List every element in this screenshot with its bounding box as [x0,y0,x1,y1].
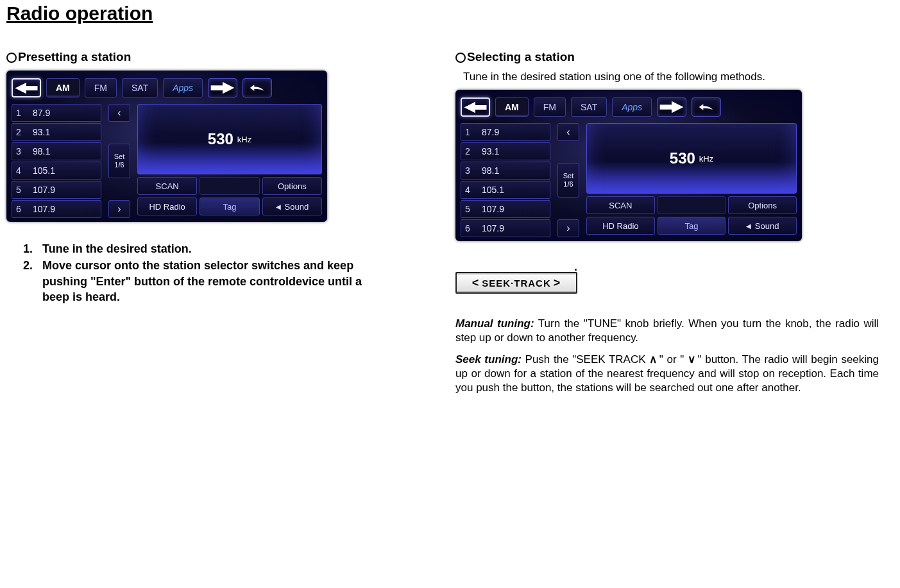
hd-radio-button[interactable]: HD Radio [137,197,197,215]
preset-page-controls: ‹ Set 1/6 › [556,123,581,237]
frequency-value: 530 [670,149,695,167]
preset-freq: 105.1 [33,165,55,176]
preset-freq: 107.9 [482,204,504,214]
back-button[interactable] [692,97,721,117]
preset-down-button[interactable]: › [557,219,579,237]
radio-button-grid: SCAN Options HD Radio Tag ◀Sound [137,177,322,215]
nav-left-button[interactable] [12,78,41,97]
radio-body: 187.9 293.1 398.1 4105.1 5107.9 6107.9 ‹… [459,123,798,237]
preset-page-controls: ‹ Set 1/6 › [106,104,132,218]
seek-tuning-paragraph: Seek tuning: Push the "SEEK TRACK ∧ " or… [455,353,879,395]
two-column-layout: Presetting a station AM FM SAT Apps [6,50,894,403]
preset-2[interactable]: 293.1 [12,123,101,141]
set-label: Set [114,153,125,161]
frequency-value: 530 [208,130,233,148]
instruction-1: Tune in the desired station. [36,241,366,256]
seek-track-label: SEEK·TRACK [482,278,551,289]
speaker-icon: ◀ [746,223,751,230]
preset-down-button[interactable]: › [108,200,130,218]
instruction-2: Move cursor onto the station selector sw… [36,258,366,305]
preset-3[interactable]: 398.1 [12,142,101,160]
preset-up-button[interactable]: ‹ [557,123,579,141]
preset-set-indicator[interactable]: Set 1/6 [108,144,130,178]
back-button[interactable] [242,78,272,97]
tag-button[interactable]: Tag [658,217,726,235]
preset-num: 1 [16,108,25,118]
preset-2[interactable]: 293.1 [461,142,550,160]
options-button[interactable]: Options [262,177,322,195]
hd-radio-button[interactable]: HD Radio [586,217,655,235]
preset-4[interactable]: 4105.1 [12,162,101,180]
sound-button[interactable]: ◀Sound [728,217,797,235]
preset-num: 2 [465,146,474,156]
preset-num: 6 [465,223,474,233]
presetting-heading: Presetting a station [6,50,366,64]
set-page: 1/6 [114,161,124,169]
preset-6[interactable]: 6107.9 [461,219,550,237]
tab-am[interactable]: AM [46,78,80,97]
presetting-heading-text: Presetting a station [18,50,131,64]
selecting-heading-text: Selecting a station [467,50,575,64]
speaker-icon: ◀ [276,203,281,210]
tab-am[interactable]: AM [495,97,529,117]
scan-button[interactable]: SCAN [137,177,197,195]
seek-right-icon: > [554,276,561,290]
preset-num: 3 [465,165,474,176]
sound-label: Sound [285,202,309,212]
seek-tuning-label: Seek tuning: [455,353,522,365]
preset-num: 5 [465,204,474,214]
sound-button[interactable]: ◀Sound [262,197,322,215]
nav-right-button[interactable] [208,78,237,97]
set-page: 1/6 [563,180,573,189]
right-column: Selecting a station Tune in the desired … [455,50,879,403]
caret-down-icon: ∨ [688,353,694,367]
frequency-unit: kHz [237,135,251,144]
radio-screenshot-right: AM FM SAT Apps 187.9 293.1 398.1 4105.1 … [455,90,802,241]
bullet-circle-icon [455,53,466,63]
preset-1[interactable]: 187.9 [12,104,101,122]
scan-button[interactable]: SCAN [586,196,655,214]
tab-apps[interactable]: Apps [612,97,652,117]
manual-tuning-label: Manual tuning: [455,317,534,330]
frequency-display: 530 kHz [586,123,797,194]
tag-button[interactable]: Tag [200,197,259,215]
preset-list: 187.9 293.1 398.1 4105.1 5107.9 6107.9 [461,123,550,237]
preset-set-indicator[interactable]: Set 1/6 [557,163,579,197]
tab-fm[interactable]: FM [534,97,566,117]
options-button[interactable]: Options [728,196,797,214]
preset-1[interactable]: 187.9 [461,123,550,141]
preset-4[interactable]: 4105.1 [461,181,550,199]
preset-freq: 98.1 [33,146,50,156]
frequency-display: 530 kHz [137,104,322,174]
preset-num: 5 [16,185,25,195]
radio-body: 187.9 293.1 398.1 4105.1 5107.9 6107.9 ‹… [10,104,323,218]
radio-main-area: 530 kHz SCAN Options HD Radio Tag ◀Sound [137,104,322,218]
preset-5[interactable]: 5107.9 [461,200,550,218]
tab-row: AM FM SAT Apps [459,95,798,123]
preset-num: 6 [16,204,25,214]
preset-freq: 98.1 [482,165,499,176]
presetting-instructions: Tune in the desired station. Move cursor… [6,241,366,305]
radio-button-grid: SCAN Options HD Radio Tag ◀Sound [586,196,797,235]
preset-5[interactable]: 5107.9 [12,181,101,199]
tab-apps[interactable]: Apps [163,78,203,97]
selecting-heading: Selecting a station [455,50,879,64]
bullet-circle-icon [6,53,17,63]
preset-up-button[interactable]: ‹ [108,104,130,122]
tab-sat[interactable]: SAT [122,78,158,97]
preset-freq: 87.9 [33,108,50,118]
preset-num: 1 [465,127,474,137]
nav-left-button[interactable] [461,97,490,117]
preset-freq: 93.1 [482,146,499,156]
preset-list: 187.9 293.1 398.1 4105.1 5107.9 6107.9 [12,104,101,218]
preset-3[interactable]: 398.1 [461,162,550,180]
blank-button [200,177,259,195]
radio-screenshot-left: AM FM SAT Apps 187.9 293.1 398.1 4105.1 … [6,71,327,222]
tab-row: AM FM SAT Apps [10,76,323,104]
tab-sat[interactable]: SAT [571,97,607,117]
blank-button [658,196,726,214]
preset-freq: 87.9 [482,127,499,137]
nav-right-button[interactable] [657,97,686,117]
preset-6[interactable]: 6107.9 [12,200,101,218]
tab-fm[interactable]: FM [85,78,117,97]
